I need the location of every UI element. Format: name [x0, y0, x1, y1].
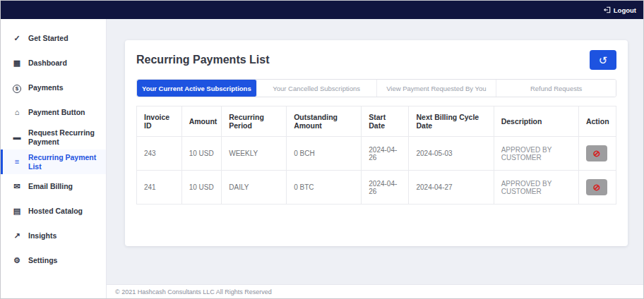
cancel-subscription-button[interactable]: ⊘ [586, 179, 607, 195]
sidebar-item-label: Dashboard [28, 59, 67, 67]
start-date-cell: 2024-04-26 [362, 137, 409, 171]
history-icon: ↺ [599, 54, 608, 66]
recurring-period-cell: WEEKLY [222, 137, 287, 171]
recurring-period-cell: DAILY [222, 171, 287, 205]
sidebar-item-label: Recurring Payment List [28, 153, 100, 170]
next-billing-date-cell: 2024-04-27 [409, 171, 494, 205]
column-header-recurring-period: Recurring Period [222, 106, 287, 137]
gear-icon: ⚙ [12, 256, 22, 265]
sidebar-item-label: Insights [28, 231, 56, 240]
logout-icon [604, 6, 611, 13]
history-button[interactable]: ↺ [590, 50, 616, 70]
column-header-next-billing-cycle-date: Next Billing Cycle Date [409, 106, 494, 137]
column-header-outstanding-amount: Outstanding Amount [287, 106, 362, 137]
top-bar: Logout [1, 1, 643, 19]
outstanding-amount-cell: 0 BCH [287, 137, 362, 171]
sidebar-item-label: Request Recurring Payment [28, 128, 100, 145]
dollar-circle-icon: $ [12, 83, 22, 93]
column-header-invoice-id: Invoice ID [137, 106, 182, 137]
clipboard-check-icon: ✓ [12, 34, 22, 43]
invoice-id-cell: 243 [137, 137, 182, 171]
card-icon: ▬ [12, 133, 22, 142]
description-cell: APPROVED BY CUSTOMER [494, 137, 578, 171]
catalog-icon: ▤ [12, 207, 22, 216]
sidebar-item-label: Email Billing [28, 182, 73, 190]
sidebar-item-insights[interactable]: ↗ Insights [1, 224, 106, 248]
sidebar-item-get-started[interactable]: ✓ Get Started [1, 26, 106, 51]
logout-button[interactable]: Logout [604, 6, 636, 14]
sidebar-item-payments[interactable]: $ Payments [1, 75, 106, 100]
copyright-text: © 2021 Hashcash Consultants LLC All Righ… [115, 288, 272, 295]
sidebar: ✓ Get Started ▦ Dashboard $ Payments ⌂ P… [1, 19, 107, 298]
cancel-subscription-button[interactable]: ⊘ [586, 145, 607, 161]
sidebar-item-hosted-catalog[interactable]: ▤ Hosted Catalog [1, 199, 106, 224]
amount-cell: 10 USD [181, 171, 222, 205]
column-header-start-date: Start Date [362, 106, 409, 137]
app-window: Logout ✓ Get Started ▦ Dashboard $ Payme… [0, 0, 644, 299]
tab-view-payment-requested[interactable]: View Payment Requested By You [377, 80, 497, 97]
column-header-action: Action [578, 106, 616, 137]
recurring-payments-card: Recurring Payments List ↺ Your Current A… [125, 40, 628, 246]
next-billing-date-cell: 2024-05-03 [409, 137, 494, 171]
start-date-cell: 2024-04-26 [362, 171, 409, 205]
sidebar-item-email-billing[interactable]: ✉ Email Billing [1, 174, 106, 199]
amount-cell: 10 USD [181, 137, 222, 171]
tab-current-active-subscriptions[interactable]: Your Current Active Subscriptions [137, 80, 257, 97]
outstanding-amount-cell: 0 BTC [287, 171, 362, 205]
subscriptions-table: Invoice ID Amount Recurring Period Outst… [136, 106, 616, 205]
sidebar-item-request-recurring-payment[interactable]: ▬ Request Recurring Payment [1, 125, 106, 150]
bank-icon: ⌂ [12, 108, 22, 117]
sidebar-item-label: Settings [28, 256, 57, 264]
table-row: 241 10 USD DAILY 0 BTC 2024-04-26 2024-0… [137, 171, 616, 205]
prohibited-icon: ⊘ [592, 182, 600, 193]
sidebar-item-settings[interactable]: ⚙ Settings [1, 248, 106, 273]
sidebar-item-label: Get Started [28, 34, 68, 42]
subscription-tabs: Your Current Active Subscriptions Your C… [136, 79, 616, 97]
column-header-amount: Amount [181, 106, 222, 137]
page-title: Recurring Payments List [136, 54, 270, 66]
sidebar-item-dashboard[interactable]: ▦ Dashboard [1, 51, 106, 75]
description-cell: APPROVED BY CUSTOMER [494, 171, 578, 205]
table-header-row: Invoice ID Amount Recurring Period Outst… [137, 106, 616, 137]
tab-cancelled-subscriptions[interactable]: Your Cancelled Subscriptions [257, 80, 377, 97]
main-area: Recurring Payments List ↺ Your Current A… [107, 19, 643, 298]
column-header-description: Description [494, 106, 578, 137]
chart-icon: ↗ [12, 231, 22, 240]
tab-refund-requests[interactable]: Refund Requests [496, 80, 616, 97]
list-icon: ≡ [12, 157, 22, 166]
sidebar-item-label: Payment Button [28, 108, 85, 116]
sidebar-item-label: Hosted Catalog [28, 207, 83, 215]
invoice-id-cell: 241 [137, 171, 182, 205]
sidebar-item-recurring-payment-list[interactable]: ≡ Recurring Payment List [1, 150, 106, 174]
document-icon: ✉ [12, 182, 22, 191]
prohibited-icon: ⊘ [592, 148, 600, 159]
content-area: Recurring Payments List ↺ Your Current A… [107, 19, 643, 284]
footer: © 2021 Hashcash Consultants LLC All Righ… [107, 284, 643, 298]
sidebar-item-label: Payments [28, 83, 64, 92]
grid-icon: ▦ [12, 59, 22, 68]
table-row: 243 10 USD WEEKLY 0 BCH 2024-04-26 2024-… [137, 137, 616, 171]
logout-label: Logout [614, 6, 636, 14]
sidebar-item-payment-button[interactable]: ⌂ Payment Button [1, 100, 106, 125]
